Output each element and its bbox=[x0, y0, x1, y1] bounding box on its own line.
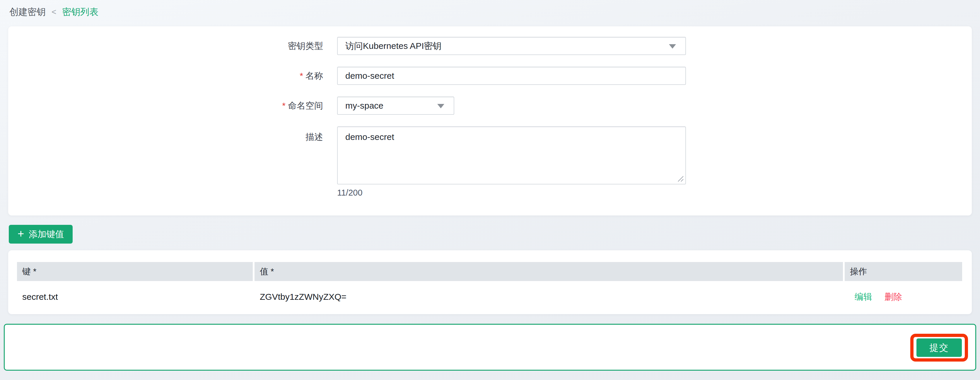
add-keyvalue-button[interactable]: + 添加键值 bbox=[9, 225, 73, 243]
edit-link[interactable]: 编辑 bbox=[854, 291, 872, 303]
description-char-counter: 11/200 bbox=[337, 188, 972, 198]
page-title: 创建密钥 bbox=[10, 6, 46, 18]
description-field[interactable]: demo-secret bbox=[337, 126, 686, 184]
plus-icon: + bbox=[18, 228, 24, 239]
breadcrumb: 创建密钥 < 密钥列表 bbox=[10, 6, 99, 18]
form-row-name: *名称 bbox=[8, 67, 972, 85]
name-label-text: 名称 bbox=[305, 71, 323, 81]
submit-button[interactable]: 提交 bbox=[916, 339, 962, 357]
namespace-label-text: 命名空间 bbox=[288, 101, 323, 110]
secret-type-label: 密钥类型 bbox=[8, 40, 323, 52]
name-field[interactable] bbox=[337, 67, 686, 85]
column-header-actions: 操作 bbox=[845, 262, 962, 281]
row-value-cell: ZGVtby1zZWNyZXQ= bbox=[255, 292, 843, 302]
required-asterisk: * bbox=[282, 101, 286, 110]
description-label: 描述 bbox=[8, 126, 323, 143]
row-actions-cell: 编辑 删除 bbox=[845, 291, 962, 303]
chevron-down-icon bbox=[669, 44, 676, 49]
namespace-label: *命名空间 bbox=[8, 100, 323, 112]
chevron-down-icon bbox=[437, 104, 444, 108]
footer-action-bar: 提交 bbox=[4, 324, 976, 370]
secret-type-select[interactable]: 访问Kubernetes API密钥 bbox=[337, 37, 686, 55]
column-header-key: 键 * bbox=[17, 262, 253, 281]
breadcrumb-separator: < bbox=[51, 7, 56, 17]
secret-type-label-text: 密钥类型 bbox=[288, 41, 323, 51]
breadcrumb-link-secret-list[interactable]: 密钥列表 bbox=[62, 6, 99, 18]
create-secret-form: 密钥类型 访问Kubernetes API密钥 *名称 *命名空间 my-spa… bbox=[8, 26, 972, 198]
delete-link[interactable]: 删除 bbox=[885, 291, 902, 303]
form-row-description: 描述 demo-secret bbox=[8, 126, 972, 184]
description-label-text: 描述 bbox=[305, 132, 323, 142]
namespace-selected-value: my-space bbox=[345, 101, 383, 111]
keyvalue-table: 键 * 值 * 操作 secret.txt ZGVtby1zZWNyZXQ= 编… bbox=[8, 250, 972, 313]
table-row: secret.txt ZGVtby1zZWNyZXQ= 编辑 删除 bbox=[17, 281, 962, 313]
required-asterisk: * bbox=[300, 71, 303, 81]
column-header-value: 值 * bbox=[255, 262, 843, 281]
secret-type-selected-value: 访问Kubernetes API密钥 bbox=[345, 40, 441, 52]
keyvalue-table-card: 键 * 值 * 操作 secret.txt ZGVtby1zZWNyZXQ= 编… bbox=[8, 250, 972, 314]
create-secret-form-card: 密钥类型 访问Kubernetes API密钥 *名称 *命名空间 my-spa… bbox=[8, 26, 972, 215]
name-label: *名称 bbox=[8, 70, 323, 82]
keyvalue-table-header: 键 * 值 * 操作 bbox=[17, 262, 962, 281]
form-row-secret-type: 密钥类型 访问Kubernetes API密钥 bbox=[8, 37, 972, 55]
row-key-cell: secret.txt bbox=[17, 292, 253, 302]
namespace-select[interactable]: my-space bbox=[337, 97, 454, 115]
add-keyvalue-button-label: 添加键值 bbox=[29, 228, 64, 240]
form-row-namespace: *命名空间 my-space bbox=[8, 97, 972, 115]
